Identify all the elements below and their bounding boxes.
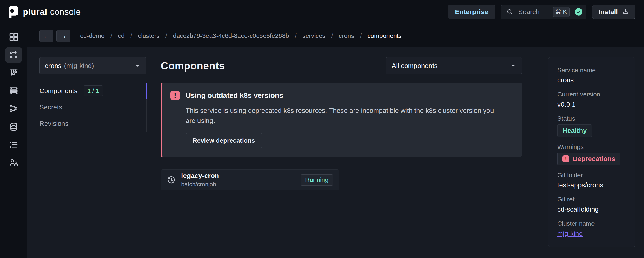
page-title: Components <box>161 60 225 72</box>
history-clock-icon <box>167 175 176 184</box>
service-panel: crons (mjg-kind) Components 1 / 1 Secret… <box>27 47 161 258</box>
tab-revisions[interactable]: Revisions <box>40 115 147 132</box>
tab-secrets[interactable]: Secrets <box>40 99 147 115</box>
breadcrumb-item[interactable]: crons <box>339 32 354 40</box>
tab-revisions-label: Revisions <box>40 120 68 127</box>
left-icon-rail <box>0 24 27 258</box>
field-label: Git folder <box>557 171 626 179</box>
service-tab-list: Components 1 / 1 Secrets Revisions <box>40 83 147 132</box>
active-tab-indicator <box>146 83 147 99</box>
breadcrumb-item[interactable]: clusters <box>138 32 160 40</box>
component-status-badge: Running <box>300 174 333 186</box>
breadcrumb-item[interactable]: dacc2b79-3ea3-4c6d-8ace-c0c5e5fe268b <box>173 32 289 40</box>
field-warnings: Warnings ! Deprecations <box>557 143 626 165</box>
crane-icon <box>9 68 18 78</box>
warning-body: This service is using deprecated k8s res… <box>186 105 501 126</box>
deprecation-warning-banner: ! Using outdated k8s versions This servi… <box>161 83 522 157</box>
back-button[interactable]: ← <box>40 30 53 42</box>
rail-item-kubernetes[interactable] <box>5 101 22 117</box>
warning-icon: ! <box>170 91 180 100</box>
breadcrumb: cd-demo / cd / clusters / dacc2b79-3ea3-… <box>80 32 402 40</box>
field-service-name: Service name crons <box>557 66 626 84</box>
field-status: Status Healthy <box>557 115 626 137</box>
warning-content: Using outdated k8s versions This service… <box>186 90 501 148</box>
field-git-folder: Git folder test-apps/crons <box>557 171 626 189</box>
service-selector-cluster: (mjg-kind) <box>64 62 94 70</box>
service-selector[interactable]: crons (mjg-kind) <box>40 57 146 74</box>
warning-icon: ! <box>562 156 569 162</box>
chevron-down-icon <box>510 63 516 69</box>
install-button[interactable]: Install <box>592 5 636 19</box>
app-shell: ← → cd-demo / cd / clusters / dacc2b79-3… <box>0 24 644 258</box>
top-bar-actions: Enterprise Search ⌘ K Install <box>448 5 636 19</box>
tab-components[interactable]: Components 1 / 1 <box>40 83 147 99</box>
install-label: Install <box>598 8 618 16</box>
pipeline-icon <box>9 50 18 60</box>
database-icon <box>9 122 18 132</box>
breadcrumb-item[interactable]: services <box>302 32 326 40</box>
field-cluster-name: Cluster name mjg-kind <box>557 220 626 238</box>
service-selector-value: crons <box>45 62 61 70</box>
top-bar: pluralconsole Enterprise Search ⌘ K <box>0 0 644 24</box>
field-value: crons <box>557 76 626 84</box>
component-card-legacy-cron[interactable]: legacy-cron batch/cronjob Running <box>161 169 339 190</box>
field-value: v0.0.1 <box>557 100 626 108</box>
component-name: legacy-cron <box>181 172 219 180</box>
review-deprecations-button[interactable]: Review deprecations <box>186 133 262 148</box>
field-label: Status <box>557 115 626 122</box>
history-nav: ← → <box>40 30 70 42</box>
rail-item-account[interactable] <box>5 155 22 171</box>
breadcrumb-separator: / <box>130 32 132 40</box>
breadcrumb-item-current[interactable]: components <box>368 32 402 40</box>
deprecations-badge[interactable]: ! Deprecations <box>557 153 620 165</box>
field-value: cd-scaffolding <box>557 205 626 214</box>
rail-item-continuous-deployment[interactable] <box>5 47 22 63</box>
field-git-ref: Git ref cd-scaffolding <box>557 196 626 214</box>
enterprise-button[interactable]: Enterprise <box>448 5 495 19</box>
rail-item-database[interactable] <box>5 119 22 135</box>
rail-item-dashboard[interactable] <box>5 29 22 45</box>
cluster-link[interactable]: mjg-kind <box>557 230 583 237</box>
search-icon <box>506 8 514 16</box>
field-label: Current version <box>557 91 626 98</box>
service-details-card: Service name crons Current version v0.0.… <box>548 57 636 247</box>
search-placeholder: Search <box>518 8 548 16</box>
product-name: console <box>50 7 81 17</box>
status-healthy-badge: Healthy <box>557 124 592 137</box>
graph-nodes-icon <box>9 104 18 114</box>
field-label: Warnings <box>557 143 626 151</box>
components-count-badge: 1 / 1 <box>84 85 103 96</box>
breadcrumb-separator: / <box>166 32 167 40</box>
component-filter-select[interactable]: All components <box>386 57 522 74</box>
servers-icon <box>9 86 18 96</box>
field-current-version: Current version v0.0.1 <box>557 91 626 108</box>
breadcrumb-item[interactable]: cd-demo <box>80 32 104 40</box>
rail-item-clusters[interactable] <box>5 83 22 99</box>
warning-title: Using outdated k8s versions <box>186 91 501 100</box>
rail-item-audit-log[interactable] <box>5 137 22 153</box>
plural-console-app: pluralconsole Enterprise Search ⌘ K <box>0 0 644 258</box>
breadcrumb-item[interactable]: cd <box>118 32 125 40</box>
search-shortcut-badge: ⌘ K <box>553 7 570 17</box>
plural-logo-icon <box>7 5 19 19</box>
deprecations-badge-label: Deprecations <box>573 155 615 163</box>
people-icon <box>9 158 18 168</box>
breadcrumb-separator: / <box>360 32 362 40</box>
tab-components-label: Components <box>40 87 78 95</box>
breadcrumb-separator: / <box>331 32 333 40</box>
brand-name: plural <box>23 7 47 17</box>
logo-text: pluralconsole <box>23 7 81 17</box>
search-input[interactable]: Search ⌘ K <box>501 5 586 19</box>
component-kind: batch/cronjob <box>181 181 219 188</box>
component-filter-value: All components <box>392 62 438 70</box>
forward-button[interactable]: → <box>56 30 70 42</box>
chevron-down-icon <box>134 63 140 69</box>
breadcrumb-bar: ← → cd-demo / cd / clusters / dacc2b79-3… <box>27 24 644 47</box>
download-icon <box>622 8 630 16</box>
component-card-text: legacy-cron batch/cronjob <box>181 172 219 188</box>
field-label: Cluster name <box>557 220 626 227</box>
main-column: Components All components ! Using outdat… <box>161 47 522 258</box>
field-label: Service name <box>557 66 626 74</box>
field-label: Git ref <box>557 196 626 203</box>
rail-item-stacks[interactable] <box>5 65 22 81</box>
